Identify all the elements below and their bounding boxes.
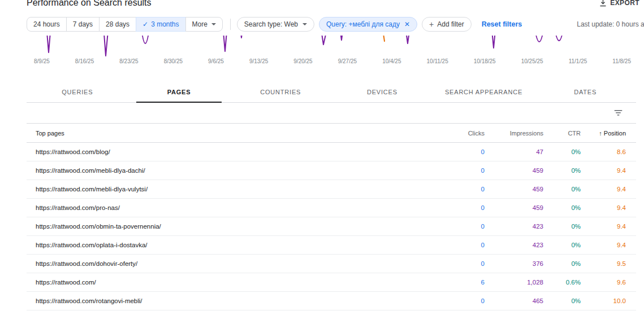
chevron-down-icon xyxy=(302,23,307,25)
x-axis-label: 10/25/25 xyxy=(521,58,543,64)
divider xyxy=(230,19,231,30)
ctr-value: 0% xyxy=(543,223,581,230)
position-value: 9.4 xyxy=(581,242,626,248)
impressions-value: 1,028 xyxy=(485,279,543,286)
page-url[interactable]: https://rattwood.com/dohovir-oferty/ xyxy=(27,260,428,267)
ctr-value: 0% xyxy=(543,260,581,267)
x-axis-label: 8/30/25 xyxy=(164,58,183,64)
column-header-ctr[interactable]: CTR xyxy=(543,130,581,137)
last-update-text: Last update: 0 hours ago xyxy=(577,20,644,28)
close-icon[interactable]: ✕ xyxy=(404,20,410,28)
column-header-pages: Top pages xyxy=(27,130,428,137)
impressions-value: 423 xyxy=(485,242,543,248)
tab-devices[interactable]: DEVICES xyxy=(331,81,433,102)
ctr-value: 0.6% xyxy=(543,279,581,286)
x-axis-label: 8/23/25 xyxy=(119,58,138,64)
tab-dates[interactable]: DATES xyxy=(534,81,636,102)
download-icon xyxy=(599,0,607,7)
clicks-value: 0 xyxy=(428,298,485,304)
dimension-tabs: QUERIES PAGES COUNTRIES DEVICES SEARCH A… xyxy=(27,81,636,103)
date-range-label: 28 days xyxy=(106,20,129,28)
clicks-value: 0 xyxy=(428,204,485,211)
table-header: Top pages Clicks Impressions CTR ↑Positi… xyxy=(27,124,636,143)
date-range-28-days[interactable]: 28 days xyxy=(99,17,136,32)
page-url[interactable]: https://rattwood.com/ xyxy=(27,279,428,286)
page-url[interactable]: https://rattwood.com/mebli-dlya-dachi/ xyxy=(27,167,428,174)
page-url[interactable]: https://rattwood.com/rotangovi-mebli/ xyxy=(27,298,428,304)
chart-canvas xyxy=(37,36,625,58)
x-axis-label: 9/6/25 xyxy=(208,58,224,64)
x-axis-label: 11/8/25 xyxy=(612,58,631,64)
x-axis-label: 8/9/25 xyxy=(34,58,50,64)
impressions-value: 459 xyxy=(485,186,543,193)
position-value: 9.4 xyxy=(581,167,626,174)
x-axis-label: 9/20/25 xyxy=(293,58,312,64)
date-range-more[interactable]: More xyxy=(185,17,223,32)
position-value: 8.6 xyxy=(581,148,626,155)
table-row[interactable]: https://rattwood.com/ 6 1,028 0.6% 9.6 xyxy=(27,273,636,292)
page-url[interactable]: https://rattwood.com/pro-nas/ xyxy=(27,204,428,211)
table-row[interactable]: https://rattwood.com/pro-nas/ 0 459 0% 9… xyxy=(27,199,636,217)
position-value: 10.0 xyxy=(581,298,626,304)
search-console-performance-page: Performance on Search results EXPORT 24 … xyxy=(0,0,644,315)
search-type-chip[interactable]: Search type: Web xyxy=(237,17,314,32)
ctr-value: 0% xyxy=(543,242,581,248)
x-axis-label: 9/27/25 xyxy=(338,58,357,64)
impressions-value: 465 xyxy=(485,298,543,304)
chevron-down-icon xyxy=(211,23,216,25)
page-url[interactable]: https://rattwood.com/mebli-dlya-vulytsi/ xyxy=(27,186,428,193)
checkmark-icon: ✓ xyxy=(142,20,148,28)
table-row[interactable]: https://rattwood.com/blog/ 0 47 0% 8.6 xyxy=(27,143,636,161)
export-button[interactable]: EXPORT xyxy=(596,0,643,7)
filter-list-icon[interactable] xyxy=(614,110,623,116)
table-row[interactable]: https://rattwood.com/oplata-i-dostavka/ … xyxy=(27,236,636,255)
sort-ascending-icon: ↑ xyxy=(599,130,602,137)
query-filter-chip[interactable]: Query: +меблі для саду ✕ xyxy=(319,17,417,32)
ctr-value: 0% xyxy=(543,298,581,304)
column-header-impressions[interactable]: Impressions xyxy=(485,130,543,137)
table-row[interactable]: https://rattwood.com/mebli-dlya-vulytsi/… xyxy=(27,180,636,199)
table-row[interactable]: https://rattwood.com/mebli-dlya-dachi/ 0… xyxy=(27,161,636,180)
date-range-label: More xyxy=(192,20,208,28)
reset-filters-link[interactable]: Reset filters xyxy=(478,20,526,29)
page-url[interactable]: https://rattwood.com/obmin-ta-povernenni… xyxy=(27,223,428,230)
results-card: QUERIES PAGES COUNTRIES DEVICES SEARCH A… xyxy=(27,81,636,310)
x-axis-label: 11/1/25 xyxy=(569,58,587,64)
chart-x-axis: 8/9/25 8/16/25 8/23/25 8/30/25 9/6/25 9/… xyxy=(34,58,631,64)
table-row[interactable]: https://rattwood.com/dohovir-oferty/ 0 3… xyxy=(27,255,636,273)
date-range-3-months[interactable]: ✓ 3 months xyxy=(136,17,185,32)
position-value: 9.4 xyxy=(581,186,626,193)
add-filter-button[interactable]: + Add filter xyxy=(422,17,472,32)
add-filter-label: Add filter xyxy=(437,20,464,28)
date-range-label: 24 hours xyxy=(33,20,60,28)
column-header-position[interactable]: ↑Position xyxy=(581,130,626,137)
table-toolbar xyxy=(27,103,636,124)
date-range-7-days[interactable]: 7 days xyxy=(66,17,100,32)
clicks-value: 0 xyxy=(428,186,485,193)
impressions-value: 459 xyxy=(485,167,543,174)
clicks-value: 0 xyxy=(428,167,485,174)
impressions-value: 459 xyxy=(485,204,543,211)
column-header-clicks[interactable]: Clicks xyxy=(428,130,485,137)
clicks-value: 0 xyxy=(428,260,485,267)
ctr-value: 0% xyxy=(543,167,581,174)
position-value: 9.4 xyxy=(581,223,626,230)
clicks-value: 0 xyxy=(428,148,485,155)
page-title: Performance on Search results xyxy=(27,0,152,8)
plus-icon: + xyxy=(429,21,434,27)
date-range-24-hours[interactable]: 24 hours xyxy=(27,17,67,32)
tab-search-appearance[interactable]: SEARCH APPEARANCE xyxy=(433,81,535,102)
page-url[interactable]: https://rattwood.com/oplata-i-dostavka/ xyxy=(27,242,428,248)
date-range-label: 3 months xyxy=(151,20,179,28)
tab-queries[interactable]: QUERIES xyxy=(27,81,128,102)
tab-countries[interactable]: COUNTRIES xyxy=(230,81,331,102)
table-row[interactable]: https://rattwood.com/rotangovi-mebli/ 0 … xyxy=(27,292,636,310)
page-url[interactable]: https://rattwood.com/blog/ xyxy=(27,148,428,155)
x-axis-label: 10/18/25 xyxy=(474,58,496,64)
tab-pages[interactable]: PAGES xyxy=(128,81,230,102)
impressions-value: 47 xyxy=(485,148,543,155)
position-value: 9.5 xyxy=(581,260,626,267)
table-row[interactable]: https://rattwood.com/obmin-ta-povernenni… xyxy=(27,217,636,236)
clicks-value: 0 xyxy=(428,242,485,248)
impressions-value: 376 xyxy=(485,260,543,267)
